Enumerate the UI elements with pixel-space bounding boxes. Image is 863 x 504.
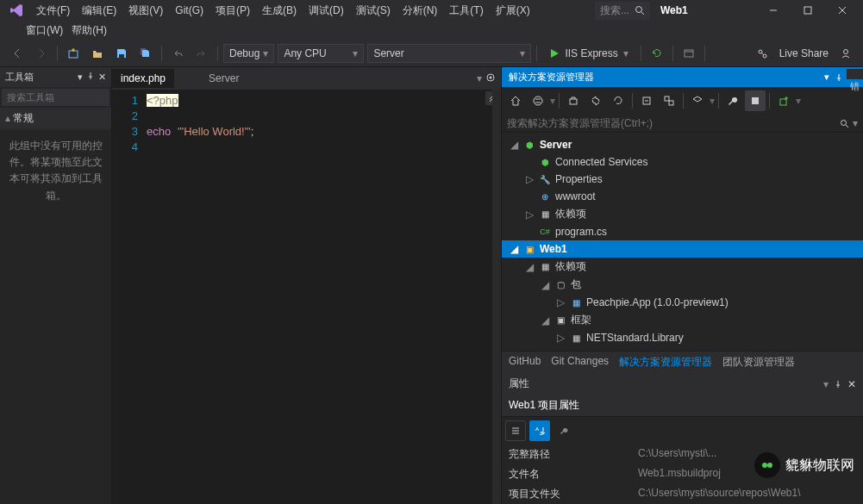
tree-program[interactable]: C#program.cs <box>502 223 863 240</box>
prop-folder-val[interactable]: C:\Users\mysti\source\repos\Web1\ <box>631 484 863 504</box>
liveshare-label[interactable]: Live Share <box>779 47 829 59</box>
pending-icon[interactable] <box>563 90 584 111</box>
toolbox-search-input[interactable] <box>7 92 126 103</box>
categorized-icon[interactable] <box>505 420 526 441</box>
tree-properties[interactable]: ▷🔧Properties <box>502 171 863 188</box>
preview-icon[interactable] <box>745 90 766 111</box>
sync-icon[interactable] <box>585 90 606 111</box>
menu-bar: 文件(F) 编辑(E) 视图(V) Git(G) 项目(P) 生成(B) 调试(… <box>0 0 863 21</box>
menu-tools[interactable]: 工具(T) <box>444 2 488 20</box>
close-button[interactable] <box>825 0 860 21</box>
side-tab[interactable]: 错 <box>847 69 863 79</box>
menu-search[interactable]: 搜索... <box>595 2 650 20</box>
tree-peachpie[interactable]: ▷▦Peachpie.App (1.0.0-preview1) <box>502 294 863 311</box>
platform-dropdown[interactable]: Any CPU▾ <box>278 44 364 63</box>
feedback-icon[interactable] <box>835 43 856 64</box>
run-button[interactable]: IIS Express ▾ <box>542 47 635 59</box>
toolbox-section[interactable]: ▴ 常规 <box>0 108 111 129</box>
search-icon <box>635 5 645 16</box>
show-all-icon[interactable] <box>659 90 679 111</box>
tab-server[interactable]: Server <box>200 69 247 88</box>
menu-debug[interactable]: 调试(D) <box>303 2 349 20</box>
close-icon[interactable]: ✕ <box>98 72 106 83</box>
tab-settings-icon[interactable] <box>485 72 496 84</box>
svg-rect-6 <box>69 51 78 58</box>
svg-point-0 <box>635 7 641 13</box>
save-all-icon[interactable] <box>135 43 156 64</box>
menu-build[interactable]: 生成(B) <box>257 2 302 20</box>
save-icon[interactable] <box>111 43 132 64</box>
refresh-icon[interactable] <box>647 43 667 64</box>
tree-connected[interactable]: ⬢Connected Services <box>502 153 863 171</box>
tab-gitchanges[interactable]: Git Changes <box>551 355 609 370</box>
menu-help[interactable]: 帮助(H) <box>72 23 107 38</box>
open-icon[interactable] <box>87 43 108 64</box>
config-dropdown[interactable]: Debug▾ <box>223 44 274 63</box>
tree-deps1[interactable]: ▷▦依赖项 <box>502 205 863 223</box>
menu-extensions[interactable]: 扩展(X) <box>491 2 535 20</box>
solution-search[interactable]: ▾ <box>502 115 863 133</box>
dropdown-icon[interactable]: ▾ <box>823 378 829 390</box>
tree-web1[interactable]: ◢▣Web1 <box>502 240 863 258</box>
svg-rect-9 <box>119 54 124 58</box>
refresh-icon[interactable] <box>608 90 628 111</box>
tab-dropdown-icon[interactable]: ▾ <box>477 72 482 84</box>
package-icon: ▢ <box>553 278 567 292</box>
menu-view[interactable]: 视图(V) <box>123 2 168 20</box>
properties-icon[interactable] <box>722 90 743 111</box>
menu-analyze[interactable]: 分析(N) <box>397 2 443 20</box>
props-wrench-icon[interactable] <box>553 420 574 441</box>
solution-search-input[interactable] <box>507 117 840 129</box>
pin-icon[interactable] <box>86 72 95 83</box>
code-editor[interactable]: 1 2 3 4 <?php echo '"Hello World!"'; <box>112 90 501 504</box>
tab-team[interactable]: 团队资源管理器 <box>722 355 795 370</box>
maximize-button[interactable] <box>791 0 825 21</box>
browser-icon[interactable] <box>679 43 699 64</box>
menu-edit[interactable]: 编辑(E) <box>77 2 122 20</box>
menu-file[interactable]: 文件(F) <box>31 2 75 20</box>
editor-tabs: index.php Server ▾ <box>112 67 501 90</box>
nav-back-icon[interactable] <box>7 43 28 64</box>
close-icon[interactable]: ✕ <box>847 378 856 390</box>
nuget-icon: ▦ <box>569 296 583 309</box>
collapse-all-icon[interactable] <box>636 90 657 111</box>
startup-dropdown[interactable]: Server▾ <box>367 44 531 63</box>
tree-deps2[interactable]: ◢▦依赖项 <box>502 258 863 276</box>
properties-toolbar: AZ <box>502 417 863 445</box>
main-area: 工具箱 ▾ ✕ ▾ ▴ 常规 此组中没有可用的控件。将某项拖至此文本可将其添加到… <box>0 67 863 504</box>
liveshare-icon[interactable] <box>752 43 772 64</box>
undo-icon[interactable] <box>167 43 188 64</box>
menu-git[interactable]: Git(G) <box>170 3 209 18</box>
alphabetical-icon[interactable]: AZ <box>529 420 550 441</box>
scope-icon[interactable] <box>687 90 708 111</box>
new-project-icon[interactable] <box>63 43 84 64</box>
tab-solution-explorer[interactable]: 解决方案资源管理器 <box>619 355 712 370</box>
tree-server[interactable]: ◢⬢Server <box>502 136 863 153</box>
code-content[interactable]: <?php echo '"Hello World!"'; <box>147 90 501 504</box>
tree-frameworks[interactable]: ◢▣框架 <box>502 311 863 329</box>
minimap[interactable] <box>492 90 501 504</box>
pin-icon[interactable] <box>834 380 842 389</box>
vs-logo-icon[interactable] <box>3 1 29 20</box>
menu-project[interactable]: 项目(P) <box>210 2 255 20</box>
menu-window[interactable]: 窗口(W) <box>26 23 63 38</box>
tab-github[interactable]: GitHub <box>509 355 541 370</box>
svg-rect-3 <box>804 7 811 14</box>
home-icon[interactable] <box>505 90 526 111</box>
tree-packages[interactable]: ◢▢包 <box>502 276 863 294</box>
nav-fwd-icon[interactable] <box>31 43 52 64</box>
watermark: 貔貅物联网 <box>754 452 854 478</box>
toolbox-title: 工具箱 <box>5 71 34 84</box>
tree-netstd[interactable]: ▷▦NETStandard.Library <box>502 329 863 346</box>
toolbox-search[interactable]: ▾ <box>2 89 109 106</box>
tab-index-php[interactable]: index.php <box>112 69 174 88</box>
dropdown-icon[interactable]: ▾ <box>78 72 83 83</box>
pin-icon[interactable] <box>835 73 843 82</box>
dropdown-icon[interactable]: ▾ <box>824 72 829 83</box>
add-icon[interactable] <box>773 90 794 111</box>
switch-view-icon[interactable] <box>528 90 548 111</box>
minimize-button[interactable] <box>756 0 791 21</box>
tree-wwwroot[interactable]: ⊕wwwroot <box>502 188 863 205</box>
redo-icon[interactable] <box>191 43 212 64</box>
menu-test[interactable]: 测试(S) <box>351 2 396 20</box>
